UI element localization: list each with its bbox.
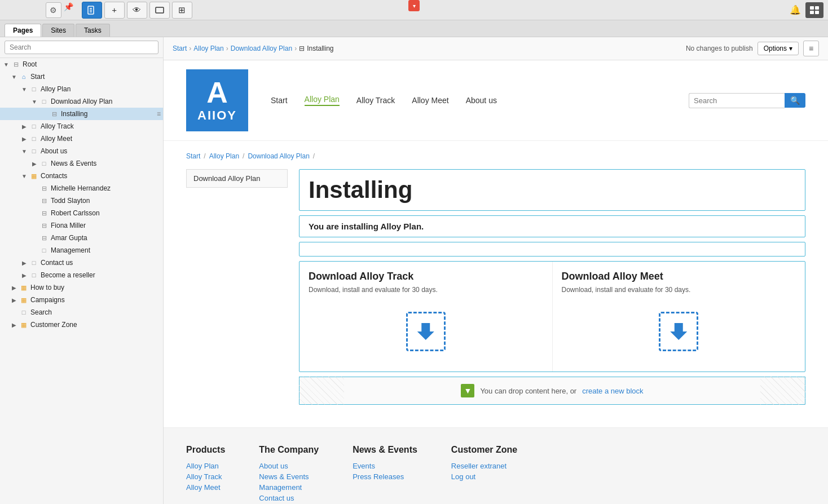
nav-start[interactable]: Start bbox=[271, 96, 288, 105]
footer-link-press-releases[interactable]: Press Releases bbox=[353, 472, 417, 481]
breadcrumb-bar: Start › Alloy Plan › Download Alloy Plan… bbox=[164, 37, 828, 60]
footer-link-about-us[interactable]: About us bbox=[259, 462, 319, 470]
tab-pages[interactable]: Pages bbox=[5, 24, 41, 37]
dropdown-arrow-icon[interactable]: ▾ bbox=[408, 0, 420, 11]
sidebar-nav-item-download[interactable]: Download Alloy Plan bbox=[186, 169, 288, 188]
create-new-block-link[interactable]: create a new block bbox=[582, 387, 643, 395]
tree-item-robert[interactable]: ⊟ Robert Carlsson bbox=[0, 207, 163, 219]
content-area: Start › Alloy Plan › Download Alloy Plan… bbox=[164, 37, 828, 504]
site-search-button[interactable]: 🔍 bbox=[785, 93, 805, 108]
expand-icon: ▼ bbox=[20, 173, 28, 179]
pages-toolbar-button[interactable] bbox=[82, 2, 102, 19]
download-card-meet-title: Download Alloy Meet bbox=[562, 271, 796, 282]
empty-block[interactable] bbox=[299, 242, 805, 257]
tab-tasks[interactable]: Tasks bbox=[76, 24, 110, 37]
tree-item-search[interactable]: □ Search bbox=[0, 306, 163, 319]
drop-zone[interactable]: ▼ You can drop content here, or create a… bbox=[299, 377, 805, 405]
tree-item-alloy-meet[interactable]: ▶ □ Alloy Meet bbox=[0, 132, 163, 145]
view-toolbar-button[interactable]: 👁 bbox=[127, 2, 147, 19]
item-options-icon[interactable]: ≡ bbox=[157, 110, 161, 118]
footer-link-news-events[interactable]: News & Events bbox=[259, 472, 319, 481]
nav-alloy-plan[interactable]: Alloy Plan bbox=[305, 95, 340, 106]
breadcrumb-current-label: Installing bbox=[307, 45, 333, 52]
breadcrumb-alloy-plan[interactable]: Alloy Plan bbox=[193, 45, 223, 52]
page-breadcrumb-start[interactable]: Start bbox=[186, 152, 200, 160]
sidebar-search-input[interactable] bbox=[5, 41, 158, 54]
options-button[interactable]: Options ▾ bbox=[757, 42, 799, 55]
page-title-text: Installing bbox=[300, 170, 805, 210]
page-sidebar: Download Alloy Plan bbox=[186, 169, 288, 405]
tree-item-news-events[interactable]: ▶ □ News & Events bbox=[0, 157, 163, 170]
tree-item-about-us[interactable]: ▼ □ About us bbox=[0, 145, 163, 157]
tree-item-customer-zone[interactable]: ▶ ▦ Customer Zone bbox=[0, 319, 163, 331]
subtitle-block[interactable]: You are installing Alloy Plan. bbox=[299, 215, 805, 237]
site-search-input[interactable] bbox=[689, 93, 785, 108]
pages-icon-button[interactable] bbox=[805, 2, 823, 18]
tree-item-amar[interactable]: ⊟ Amar Gupta bbox=[0, 232, 163, 244]
tree-item-michelle[interactable]: ⊟ Michelle Hernandez bbox=[0, 182, 163, 194]
footer-link-contact-us[interactable]: Contact us bbox=[259, 494, 319, 502]
download-card-track[interactable]: Download Alloy Track Download, install a… bbox=[300, 262, 553, 372]
expand-icon: ▶ bbox=[20, 272, 28, 278]
notification-button[interactable]: 🔔 bbox=[790, 5, 801, 15]
tree-item-contacts[interactable]: ▼ ▦ Contacts bbox=[0, 170, 163, 182]
page-breadcrumb-alloy-plan[interactable]: Alloy Plan bbox=[209, 152, 239, 160]
download-icon-meet[interactable] bbox=[659, 312, 698, 351]
tree-label-michelle: Michelle Hernandez bbox=[51, 184, 161, 192]
expand-icon: ▼ bbox=[20, 148, 28, 154]
tree-label-download-alloy-plan: Download Alloy Plan bbox=[51, 98, 161, 105]
page-icon-fiona: ⊟ bbox=[39, 221, 49, 230]
tree-item-alloy-track[interactable]: ▶ □ Alloy Track bbox=[0, 120, 163, 132]
download-icon-track[interactable] bbox=[406, 312, 446, 351]
tree-item-start[interactable]: ▼ ⌂ Start bbox=[0, 70, 163, 83]
breadcrumb-start[interactable]: Start bbox=[173, 45, 187, 52]
tree-item-root[interactable]: ▼ ⊟ Root bbox=[0, 58, 163, 70]
page-icon-alloy-plan: □ bbox=[29, 85, 38, 94]
expand-icon: ▶ bbox=[10, 285, 18, 291]
tree-item-alloy-plan[interactable]: ▼ □ Alloy Plan bbox=[0, 83, 163, 95]
download-icon-meet-container bbox=[562, 300, 796, 362]
site-footer: Products Alloy Plan Alloy Track Alloy Me… bbox=[164, 427, 828, 504]
tree-item-how-to-buy[interactable]: ▶ ▦ How to buy bbox=[0, 281, 163, 294]
page-breadcrumb-download[interactable]: Download Alloy Plan bbox=[248, 152, 309, 160]
expand-toolbar-button[interactable]: ⊞ bbox=[172, 2, 192, 19]
footer-link-alloy-plan[interactable]: Alloy Plan bbox=[186, 462, 225, 470]
footer-link-reseller-extranet[interactable]: Reseller extranet bbox=[451, 462, 517, 470]
list-view-button[interactable]: ≡ bbox=[803, 41, 819, 56]
gear-button[interactable]: ⚙ bbox=[46, 2, 61, 18]
tree-item-management[interactable]: □ Management bbox=[0, 244, 163, 257]
breadcrumb-download-alloy-plan[interactable]: Download Alloy Plan bbox=[231, 45, 292, 52]
page-title-block[interactable]: Installing bbox=[299, 169, 805, 211]
expand-icon: ▼ bbox=[30, 99, 38, 105]
footer-heading-customer-zone: Customer Zone bbox=[451, 445, 517, 455]
footer-link-alloy-track[interactable]: Alloy Track bbox=[186, 472, 225, 481]
tree-item-campaigns[interactable]: ▶ ▦ Campaigns bbox=[0, 294, 163, 306]
tree-item-todd[interactable]: ⊟ Todd Slayton bbox=[0, 194, 163, 207]
tree-item-installing[interactable]: ⊟ Installing ≡ bbox=[0, 108, 163, 120]
toolbar-right: 🔔 bbox=[790, 2, 823, 18]
page-icon-about-us: □ bbox=[29, 147, 38, 156]
tree-item-download-alloy-plan[interactable]: ▼ □ Download Alloy Plan bbox=[0, 95, 163, 108]
footer-heading-company: The Company bbox=[259, 445, 319, 455]
footer-col-company: The Company About us News & Events Manag… bbox=[259, 445, 319, 504]
media-toolbar-button[interactable] bbox=[149, 2, 170, 19]
download-card-meet[interactable]: Download Alloy Meet Download, install an… bbox=[553, 262, 805, 372]
expand-icon: ▶ bbox=[20, 136, 28, 142]
footer-link-alloy-meet[interactable]: Alloy Meet bbox=[186, 483, 225, 492]
drop-icon: ▼ bbox=[461, 384, 474, 397]
add-toolbar-button[interactable]: + bbox=[104, 2, 125, 19]
footer-link-log-out[interactable]: Log out bbox=[451, 472, 517, 481]
page-icon-download: □ bbox=[39, 97, 49, 106]
footer-link-management[interactable]: Management bbox=[259, 483, 319, 492]
tree-label-how-to-buy: How to buy bbox=[30, 284, 161, 291]
nav-alloy-meet[interactable]: Alloy Meet bbox=[412, 96, 448, 105]
nav-alloy-track[interactable]: Alloy Track bbox=[356, 96, 395, 105]
pin-button[interactable]: 📌 bbox=[64, 2, 80, 18]
tree-item-contact-us[interactable]: ▶ □ Contact us bbox=[0, 257, 163, 269]
footer-link-events[interactable]: Events bbox=[353, 462, 417, 470]
tree-item-fiona[interactable]: ⊟ Fiona Miller bbox=[0, 219, 163, 232]
svg-rect-4 bbox=[156, 7, 164, 13]
tab-sites[interactable]: Sites bbox=[42, 24, 74, 37]
nav-about-us[interactable]: About us bbox=[466, 96, 497, 105]
tree-item-reseller[interactable]: ▶ □ Become a reseller bbox=[0, 269, 163, 281]
